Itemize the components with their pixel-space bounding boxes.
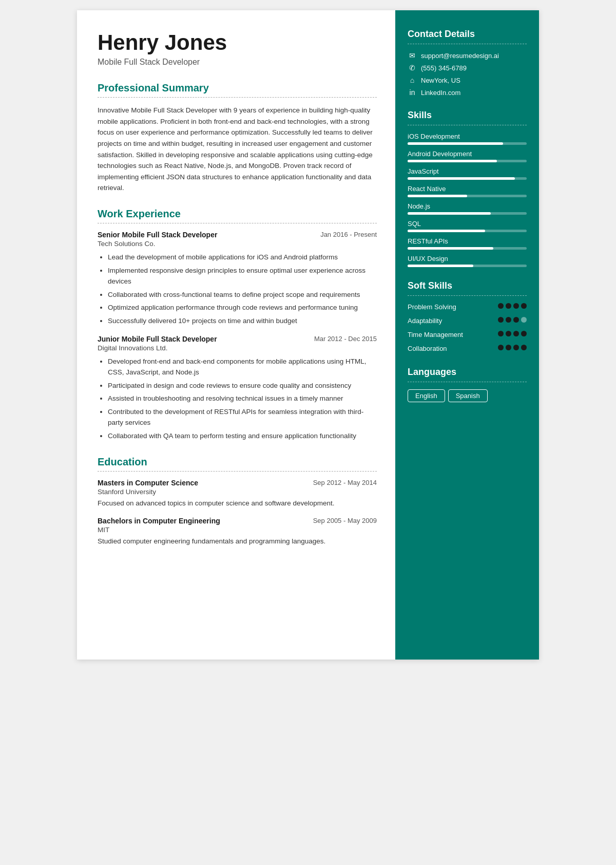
skill-item: Node.js bbox=[408, 202, 527, 215]
job-item: Senior Mobile Full Stack Developer Jan 2… bbox=[98, 231, 377, 327]
right-column: Contact Details ✉ support@resumedesign.a… bbox=[395, 10, 539, 660]
skill-bar-fill bbox=[408, 142, 503, 145]
skill-bar-fill bbox=[408, 212, 491, 215]
skill-bar-background bbox=[408, 230, 527, 232]
contact-icon: ✉ bbox=[408, 51, 417, 60]
skill-item: UI/UX Design bbox=[408, 255, 527, 267]
education-list: Masters in Computer Science Sep 2012 - M… bbox=[98, 479, 377, 547]
contact-text: support@resumedesign.ai bbox=[421, 52, 499, 60]
dot-filled bbox=[498, 303, 504, 309]
skill-name: Android Development bbox=[408, 150, 527, 158]
resume-container: Henry Jones Mobile Full Stack Developer … bbox=[77, 10, 539, 660]
education-section: Education Masters in Computer Science Se… bbox=[98, 456, 377, 547]
contact-section-title: Contact Details bbox=[408, 29, 527, 40]
contact-item: in LinkedIn.com bbox=[408, 88, 527, 97]
skill-bar-background bbox=[408, 265, 527, 267]
skill-bar-background bbox=[408, 247, 527, 250]
skill-item: Android Development bbox=[408, 150, 527, 162]
dots-container bbox=[498, 331, 527, 336]
dot-filled bbox=[506, 331, 511, 336]
skill-bar-fill bbox=[408, 177, 515, 180]
language-tag: English bbox=[408, 389, 445, 402]
contact-list: ✉ support@resumedesign.ai✆ (555) 345-678… bbox=[408, 51, 527, 97]
soft-skills-list: Problem Solving Adaptability Time Manage… bbox=[408, 303, 527, 353]
edu-institution: Stanford University bbox=[98, 488, 377, 496]
skill-bar-fill bbox=[408, 230, 485, 232]
skill-bar-background bbox=[408, 142, 527, 145]
dot-filled bbox=[506, 345, 511, 350]
summary-divider bbox=[98, 97, 377, 98]
left-column: Henry Jones Mobile Full Stack Developer … bbox=[77, 10, 395, 660]
contact-item: ⌂ NewYork, US bbox=[408, 76, 527, 84]
soft-skills-section: Soft Skills Problem Solving Adaptability… bbox=[408, 280, 527, 353]
soft-skills-section-title: Soft Skills bbox=[408, 280, 527, 291]
work-divider bbox=[98, 223, 377, 223]
contact-text: LinkedIn.com bbox=[421, 89, 460, 97]
skill-name: Node.js bbox=[408, 202, 527, 210]
contact-text: (555) 345-6789 bbox=[421, 64, 467, 72]
job-title-text: Senior Mobile Full Stack Developer bbox=[98, 231, 217, 239]
skill-name: iOS Development bbox=[408, 133, 527, 140]
soft-skill-item: Problem Solving bbox=[408, 303, 527, 312]
edu-description: Focused on advanced topics in computer s… bbox=[98, 498, 377, 509]
dot-filled bbox=[521, 303, 527, 309]
skill-bar-background bbox=[408, 195, 527, 197]
education-item: Bachelors in Computer Engineering Sep 20… bbox=[98, 517, 377, 547]
summary-section: Professional Summary Innovative Mobile F… bbox=[98, 82, 377, 194]
edu-degree: Masters in Computer Science bbox=[98, 479, 198, 487]
job-title-text: Junior Mobile Full Stack Developer bbox=[98, 335, 217, 343]
job-bullet: Developed front-end and back-end compone… bbox=[108, 356, 377, 378]
job-bullet: Collaborated with cross-functional teams… bbox=[108, 289, 377, 300]
job-bullet: Lead the development of mobile applicati… bbox=[108, 252, 377, 263]
edu-degree: Bachelors in Computer Engineering bbox=[98, 517, 220, 525]
job-bullets-list: Lead the development of mobile applicati… bbox=[98, 252, 377, 327]
edu-date: Sep 2005 - May 2009 bbox=[313, 517, 377, 524]
dot-filled bbox=[521, 331, 527, 336]
candidate-name: Henry Jones bbox=[98, 31, 377, 54]
contact-icon: ✆ bbox=[408, 64, 417, 72]
dot-filled bbox=[513, 331, 519, 336]
skill-name: React Native bbox=[408, 185, 527, 193]
dot-empty bbox=[521, 317, 527, 323]
skills-divider bbox=[408, 125, 527, 125]
skill-item: JavaScript bbox=[408, 167, 527, 180]
skill-item: iOS Development bbox=[408, 133, 527, 145]
skill-name: JavaScript bbox=[408, 167, 527, 175]
languages-list: EnglishSpanish bbox=[408, 389, 527, 402]
contact-icon: in bbox=[408, 88, 417, 97]
dot-filled bbox=[513, 317, 519, 323]
job-date: Mar 2012 - Dec 2015 bbox=[314, 335, 377, 343]
skill-name: UI/UX Design bbox=[408, 255, 527, 262]
dot-filled bbox=[521, 345, 527, 350]
job-bullet: Assisted in troubleshooting and resolvin… bbox=[108, 393, 377, 404]
jobs-list: Senior Mobile Full Stack Developer Jan 2… bbox=[98, 231, 377, 442]
education-section-title: Education bbox=[98, 456, 377, 468]
skill-bar-fill bbox=[408, 160, 497, 162]
education-item: Masters in Computer Science Sep 2012 - M… bbox=[98, 479, 377, 509]
job-bullet: Contributed to the development of RESTfu… bbox=[108, 406, 377, 428]
soft-skill-item: Adaptability bbox=[408, 317, 527, 326]
dot-filled bbox=[498, 317, 504, 323]
skill-bar-background bbox=[408, 212, 527, 215]
candidate-title: Mobile Full Stack Developer bbox=[98, 58, 377, 67]
dots-container bbox=[498, 303, 527, 309]
languages-section-title: Languages bbox=[408, 367, 527, 378]
education-divider bbox=[98, 471, 377, 472]
soft-skill-name: Collaboration bbox=[408, 345, 498, 353]
dot-filled bbox=[513, 345, 519, 350]
work-section-title: Work Experience bbox=[98, 208, 377, 220]
skill-bar-fill bbox=[408, 265, 473, 267]
contact-text: NewYork, US bbox=[421, 77, 460, 84]
contact-section: Contact Details ✉ support@resumedesign.a… bbox=[408, 29, 527, 97]
job-item: Junior Mobile Full Stack Developer Mar 2… bbox=[98, 335, 377, 442]
contact-divider bbox=[408, 44, 527, 44]
company-name: Tech Solutions Co. bbox=[98, 240, 377, 248]
skills-list: iOS Development Android Development Java… bbox=[408, 133, 527, 267]
dot-filled bbox=[498, 345, 504, 350]
company-name: Digital Innovations Ltd. bbox=[98, 344, 377, 352]
skill-bar-background bbox=[408, 160, 527, 162]
skill-item: SQL bbox=[408, 220, 527, 232]
languages-section: Languages EnglishSpanish bbox=[408, 367, 527, 402]
soft-skill-item: Collaboration bbox=[408, 345, 527, 353]
contact-item: ✉ support@resumedesign.ai bbox=[408, 51, 527, 60]
